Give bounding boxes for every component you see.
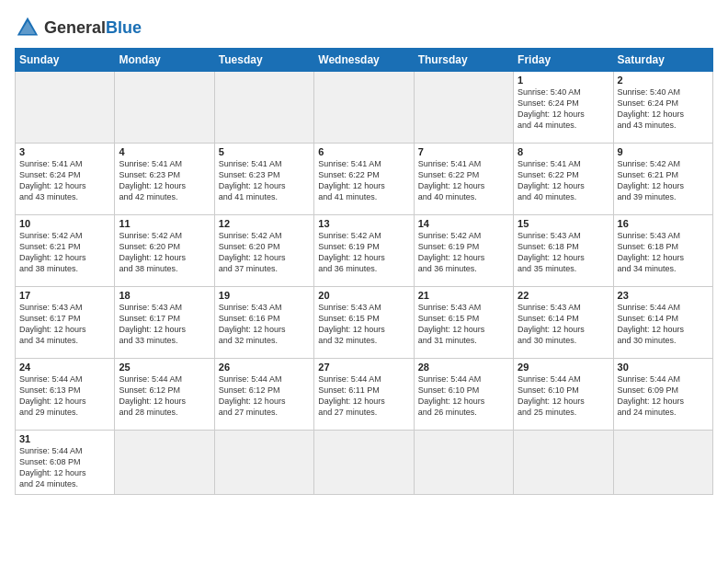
- page: GeneralBlue Sunday Monday Tuesday Wednes…: [0, 0, 728, 563]
- day-info: Sunrise: 5:42 AM Sunset: 6:20 PM Dayligh…: [119, 230, 210, 275]
- table-row: 31Sunrise: 5:44 AM Sunset: 6:08 PM Dayli…: [16, 431, 115, 495]
- day-info: Sunrise: 5:43 AM Sunset: 6:18 PM Dayligh…: [518, 230, 609, 275]
- table-row: 22Sunrise: 5:43 AM Sunset: 6:14 PM Dayli…: [514, 287, 613, 359]
- day-info: Sunrise: 5:43 AM Sunset: 6:18 PM Dayligh…: [618, 230, 709, 275]
- table-row: 6Sunrise: 5:41 AM Sunset: 6:22 PM Daylig…: [314, 144, 414, 215]
- day-number: 29: [518, 362, 609, 373]
- calendar-week-row: 24Sunrise: 5:44 AM Sunset: 6:13 PM Dayli…: [16, 359, 713, 431]
- day-number: 10: [19, 218, 110, 229]
- table-row: 20Sunrise: 5:43 AM Sunset: 6:15 PM Dayli…: [314, 287, 414, 359]
- day-number: 25: [119, 362, 210, 373]
- table-row: 29Sunrise: 5:44 AM Sunset: 6:10 PM Dayli…: [514, 359, 613, 431]
- calendar: Sunday Monday Tuesday Wednesday Thursday…: [15, 48, 713, 495]
- day-number: 2: [618, 75, 709, 86]
- calendar-week-row: 3Sunrise: 5:41 AM Sunset: 6:24 PM Daylig…: [16, 144, 713, 215]
- day-info: Sunrise: 5:44 AM Sunset: 6:12 PM Dayligh…: [119, 373, 210, 419]
- day-info: Sunrise: 5:44 AM Sunset: 6:12 PM Dayligh…: [219, 373, 310, 419]
- day-info: Sunrise: 5:44 AM Sunset: 6:11 PM Dayligh…: [318, 373, 409, 419]
- day-number: 14: [418, 218, 509, 229]
- table-row: 17Sunrise: 5:43 AM Sunset: 6:17 PM Dayli…: [16, 287, 115, 359]
- day-info: Sunrise: 5:42 AM Sunset: 6:21 PM Dayligh…: [618, 158, 709, 203]
- day-info: Sunrise: 5:42 AM Sunset: 6:20 PM Dayligh…: [219, 230, 310, 275]
- day-info: Sunrise: 5:41 AM Sunset: 6:22 PM Dayligh…: [318, 158, 409, 203]
- table-row: 8Sunrise: 5:41 AM Sunset: 6:22 PM Daylig…: [514, 144, 613, 215]
- col-saturday: Saturday: [613, 49, 712, 72]
- day-number: 19: [219, 290, 310, 301]
- day-info: Sunrise: 5:44 AM Sunset: 6:09 PM Dayligh…: [618, 373, 709, 419]
- day-number: 30: [618, 362, 709, 373]
- day-number: 27: [318, 362, 409, 373]
- day-info: Sunrise: 5:43 AM Sunset: 6:15 PM Dayligh…: [318, 302, 409, 347]
- day-info: Sunrise: 5:42 AM Sunset: 6:19 PM Dayligh…: [318, 230, 409, 275]
- table-row: 5Sunrise: 5:41 AM Sunset: 6:23 PM Daylig…: [214, 144, 313, 215]
- day-number: 23: [618, 290, 709, 301]
- day-number: 26: [219, 362, 310, 373]
- table-row: 25Sunrise: 5:44 AM Sunset: 6:12 PM Dayli…: [115, 359, 214, 431]
- calendar-week-row: 31Sunrise: 5:44 AM Sunset: 6:08 PM Dayli…: [16, 431, 713, 495]
- table-row: [613, 431, 712, 495]
- day-number: 7: [418, 146, 509, 157]
- day-number: 15: [518, 218, 609, 229]
- day-number: 17: [19, 290, 110, 301]
- day-number: 9: [618, 146, 709, 157]
- day-info: Sunrise: 5:42 AM Sunset: 6:19 PM Dayligh…: [418, 230, 509, 275]
- col-monday: Monday: [115, 49, 214, 72]
- day-info: Sunrise: 5:41 AM Sunset: 6:22 PM Dayligh…: [418, 158, 509, 203]
- col-thursday: Thursday: [414, 49, 513, 72]
- table-row: 1Sunrise: 5:40 AM Sunset: 6:24 PM Daylig…: [514, 72, 613, 144]
- table-row: [314, 431, 414, 495]
- day-number: 12: [219, 218, 310, 229]
- day-number: 21: [418, 290, 509, 301]
- day-number: 13: [318, 218, 409, 229]
- table-row: 10Sunrise: 5:42 AM Sunset: 6:21 PM Dayli…: [16, 215, 115, 287]
- day-info: Sunrise: 5:44 AM Sunset: 6:08 PM Dayligh…: [19, 445, 110, 490]
- calendar-week-row: 17Sunrise: 5:43 AM Sunset: 6:17 PM Dayli…: [16, 287, 713, 359]
- day-info: Sunrise: 5:40 AM Sunset: 6:24 PM Dayligh…: [618, 86, 709, 132]
- table-row: 15Sunrise: 5:43 AM Sunset: 6:18 PM Dayli…: [514, 215, 613, 287]
- day-number: 22: [518, 290, 609, 301]
- table-row: 11Sunrise: 5:42 AM Sunset: 6:20 PM Dayli…: [115, 215, 214, 287]
- table-row: 9Sunrise: 5:42 AM Sunset: 6:21 PM Daylig…: [613, 144, 712, 215]
- day-number: 5: [219, 146, 310, 157]
- table-row: [414, 431, 513, 495]
- day-number: 3: [19, 146, 110, 157]
- table-row: 3Sunrise: 5:41 AM Sunset: 6:24 PM Daylig…: [16, 144, 115, 215]
- day-info: Sunrise: 5:44 AM Sunset: 6:14 PM Dayligh…: [618, 302, 709, 347]
- day-info: Sunrise: 5:43 AM Sunset: 6:16 PM Dayligh…: [219, 302, 310, 347]
- day-info: Sunrise: 5:43 AM Sunset: 6:17 PM Dayligh…: [119, 302, 210, 347]
- day-info: Sunrise: 5:41 AM Sunset: 6:23 PM Dayligh…: [119, 158, 210, 203]
- calendar-week-row: 10Sunrise: 5:42 AM Sunset: 6:21 PM Dayli…: [16, 215, 713, 287]
- day-info: Sunrise: 5:42 AM Sunset: 6:21 PM Dayligh…: [19, 230, 110, 275]
- day-info: Sunrise: 5:44 AM Sunset: 6:10 PM Dayligh…: [518, 373, 609, 419]
- table-row: 7Sunrise: 5:41 AM Sunset: 6:22 PM Daylig…: [414, 144, 513, 215]
- day-info: Sunrise: 5:40 AM Sunset: 6:24 PM Dayligh…: [518, 86, 609, 132]
- table-row: 16Sunrise: 5:43 AM Sunset: 6:18 PM Dayli…: [613, 215, 712, 287]
- day-number: 6: [318, 146, 409, 157]
- day-info: Sunrise: 5:41 AM Sunset: 6:23 PM Dayligh…: [219, 158, 310, 203]
- table-row: 23Sunrise: 5:44 AM Sunset: 6:14 PM Dayli…: [613, 287, 712, 359]
- table-row: 27Sunrise: 5:44 AM Sunset: 6:11 PM Dayli…: [314, 359, 414, 431]
- header: GeneralBlue: [15, 15, 713, 40]
- day-number: 1: [518, 75, 609, 86]
- day-info: Sunrise: 5:43 AM Sunset: 6:15 PM Dayligh…: [418, 302, 509, 347]
- table-row: 19Sunrise: 5:43 AM Sunset: 6:16 PM Dayli…: [214, 287, 313, 359]
- day-info: Sunrise: 5:41 AM Sunset: 6:24 PM Dayligh…: [19, 158, 110, 203]
- day-number: 11: [119, 218, 210, 229]
- table-row: 13Sunrise: 5:42 AM Sunset: 6:19 PM Dayli…: [314, 215, 414, 287]
- table-row: 30Sunrise: 5:44 AM Sunset: 6:09 PM Dayli…: [613, 359, 712, 431]
- table-row: [514, 431, 613, 495]
- day-number: 31: [19, 433, 110, 444]
- table-row: [314, 72, 414, 144]
- table-row: [115, 72, 214, 144]
- day-number: 24: [19, 362, 110, 373]
- calendar-week-row: 1Sunrise: 5:40 AM Sunset: 6:24 PM Daylig…: [16, 72, 713, 144]
- table-row: [414, 72, 513, 144]
- day-number: 4: [119, 146, 210, 157]
- day-number: 8: [518, 146, 609, 157]
- day-number: 18: [119, 290, 210, 301]
- day-info: Sunrise: 5:43 AM Sunset: 6:14 PM Dayligh…: [518, 302, 609, 347]
- col-sunday: Sunday: [16, 49, 115, 72]
- table-row: [16, 72, 115, 144]
- table-row: 2Sunrise: 5:40 AM Sunset: 6:24 PM Daylig…: [613, 72, 712, 144]
- day-info: Sunrise: 5:41 AM Sunset: 6:22 PM Dayligh…: [518, 158, 609, 203]
